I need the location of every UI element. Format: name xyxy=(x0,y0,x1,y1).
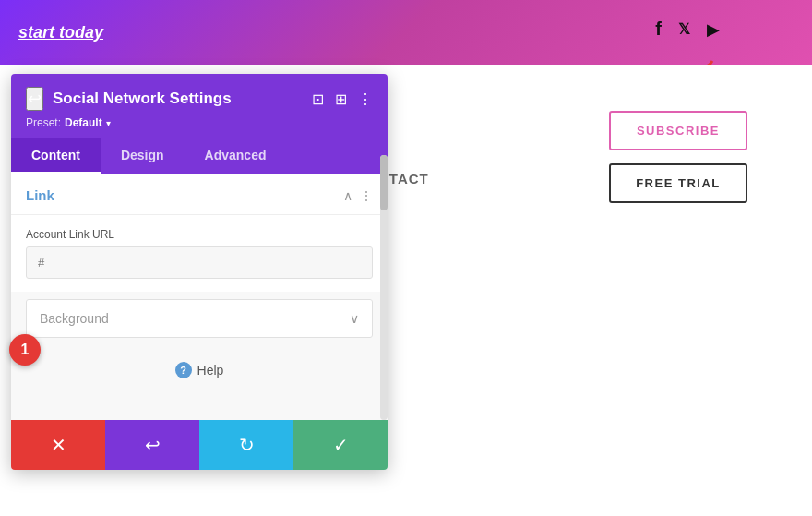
collapse-section-button[interactable]: ∧ xyxy=(343,188,352,203)
back-button[interactable]: ↩ xyxy=(26,87,43,111)
right-buttons: SUBSCRIBE FREE TRIAL xyxy=(609,111,747,203)
tab-content[interactable]: Content xyxy=(11,138,101,174)
preset-value: Default xyxy=(65,116,102,129)
undo-button[interactable]: ↩ xyxy=(105,420,199,470)
tab-design[interactable]: Design xyxy=(101,138,185,174)
background-header[interactable]: Background ∨ xyxy=(27,300,372,337)
settings-panel: ↩ Social Network Settings ⊡ ⊞ ⋮ Preset: xyxy=(11,74,388,470)
background-section: Background ∨ xyxy=(26,299,373,338)
facebook-icon-top[interactable]: f xyxy=(655,18,662,40)
main-area: SUBSCRIBE FREE TRIAL NTACT ↩ Social Netw… xyxy=(0,65,812,516)
panel-header: ↩ Social Network Settings ⊡ ⊞ ⋮ Preset: xyxy=(11,74,388,138)
free-trial-button[interactable]: FREE TRIAL xyxy=(609,163,747,203)
scroll-thumb[interactable] xyxy=(380,155,388,210)
help-text[interactable]: Help xyxy=(197,363,224,378)
subscribe-button[interactable]: SUBSCRIBE xyxy=(609,111,747,150)
expand-icon-button[interactable]: ⊡ xyxy=(312,90,324,108)
link-section-header: Link ∧ ⋮ xyxy=(11,174,388,215)
tabs-row: Content Design Advanced xyxy=(11,138,388,174)
section-more-button[interactable]: ⋮ xyxy=(360,188,373,203)
form-area: Account Link URL xyxy=(11,215,388,292)
help-icon: ? xyxy=(175,362,192,378)
bottom-action-bar: ✕ ↩ ↻ ✓ xyxy=(11,420,388,470)
account-link-input[interactable] xyxy=(26,246,373,279)
panel-icons: ⊡ ⊞ ⋮ xyxy=(312,90,373,108)
account-link-label: Account Link URL xyxy=(26,228,373,241)
help-row: ? Help xyxy=(11,345,388,395)
confirm-button[interactable]: ✓ xyxy=(293,420,388,470)
link-section-title: Link xyxy=(26,187,54,203)
redo-button[interactable]: ↻ xyxy=(199,420,293,470)
start-today-text[interactable]: start today xyxy=(18,23,103,42)
grid-icon-button[interactable]: ⊞ xyxy=(335,90,347,108)
social-icons-top-row: f 𝕏 ▶ xyxy=(655,18,720,40)
more-options-button[interactable]: ⋮ xyxy=(358,90,373,108)
background-label: Background xyxy=(40,311,109,326)
tab-advanced[interactable]: Advanced xyxy=(185,138,287,174)
scroll-bar[interactable] xyxy=(380,155,388,420)
preset-label: Preset: xyxy=(26,116,61,129)
panel-title: Social Network Settings xyxy=(53,90,303,108)
preset-row: Preset: Default ▾ xyxy=(26,116,373,129)
step-badge: 1 xyxy=(9,334,41,366)
section-controls: ∧ ⋮ xyxy=(343,188,373,203)
preset-chevron-icon[interactable]: ▾ xyxy=(106,118,111,128)
background-chevron-icon: ∨ xyxy=(350,311,359,326)
youtube-icon-top[interactable]: ▶ xyxy=(707,19,720,40)
cancel-button[interactable]: ✕ xyxy=(11,420,105,470)
twitter-icon-top[interactable]: 𝕏 xyxy=(678,20,690,38)
